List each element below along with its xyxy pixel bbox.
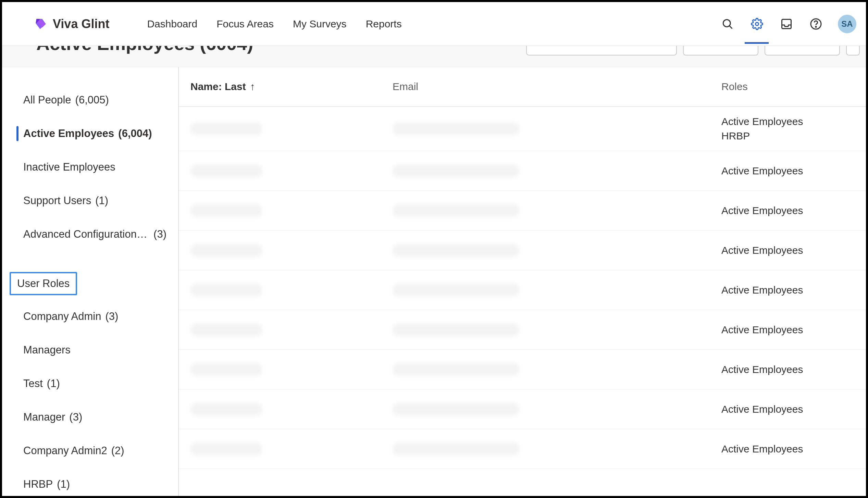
sidebar-item-manager[interactable]: Manager (3) <box>10 408 171 427</box>
column-header-name-label: Name: Last <box>190 81 246 92</box>
redacted-name <box>190 403 262 415</box>
column-header-name[interactable]: Name: Last ↑ <box>190 81 393 92</box>
cell-email <box>393 244 721 257</box>
brand-name: Viva Glint <box>53 17 109 31</box>
header-action-3[interactable] <box>765 46 840 55</box>
redacted-name <box>190 443 262 455</box>
nav-links: Dashboard Focus Areas My Surveys Reports <box>147 18 401 30</box>
redacted-email <box>393 403 519 415</box>
cell-email <box>393 204 721 217</box>
search-button[interactable] <box>720 16 735 32</box>
sidebar-item-support-users[interactable]: Support Users (1) <box>10 191 171 210</box>
table-row[interactable]: Active Employees <box>179 310 866 350</box>
cell-roles: Active Employees <box>721 275 854 305</box>
sidebar-item-test[interactable]: Test (1) <box>10 374 171 393</box>
redacted-email <box>393 204 519 217</box>
sidebar-item-all-people[interactable]: All People (6,005) <box>10 90 171 110</box>
inbox-button[interactable] <box>779 16 794 32</box>
sidebar-item-company-admin[interactable]: Company Admin (3) <box>10 307 171 326</box>
redacted-name <box>190 284 262 296</box>
svg-rect-3 <box>782 19 791 28</box>
sidebar-item-count: (3) <box>153 228 166 240</box>
sidebar-item-label: All People <box>23 94 71 106</box>
header-action-2[interactable] <box>683 46 758 55</box>
cell-email <box>393 123 721 135</box>
table-row[interactable]: Active Employees <box>179 429 866 469</box>
inbox-icon <box>780 18 793 30</box>
cell-roles: Active Employees <box>721 156 854 186</box>
table-body: Active Employees HRBPActive EmployeesAct… <box>179 107 866 469</box>
sidebar-item-label: Inactive Employees <box>23 161 115 173</box>
table-row[interactable]: Active Employees <box>179 151 866 191</box>
gear-icon <box>751 18 763 30</box>
cell-email <box>393 363 721 376</box>
cell-email <box>393 284 721 296</box>
settings-button[interactable] <box>749 16 765 32</box>
page-title: Active Employees (6004) <box>36 46 253 54</box>
cell-roles: Active Employees HRBP <box>721 107 854 151</box>
redacted-email <box>393 443 519 455</box>
table-row[interactable]: Active Employees <box>179 191 866 231</box>
main-content: Name: Last ↑ Email Roles Active Employee… <box>179 67 866 496</box>
nav-link-focus-areas[interactable]: Focus Areas <box>216 18 274 30</box>
header-action-1[interactable] <box>526 46 677 55</box>
cell-name <box>190 403 393 415</box>
sidebar-item-hrbp[interactable]: HRBP (1) <box>10 475 171 494</box>
table-row[interactable]: Active Employees <box>179 350 866 389</box>
redacted-email <box>393 165 519 177</box>
help-icon <box>810 18 822 30</box>
help-button[interactable] <box>808 16 823 32</box>
cell-email <box>393 403 721 415</box>
sidebar-item-label: Support Users <box>23 195 91 207</box>
svg-line-1 <box>729 26 732 28</box>
table-row[interactable]: Active Employees <box>179 231 866 270</box>
avatar[interactable]: SA <box>838 15 856 33</box>
cell-name <box>190 324 393 336</box>
sidebar-item-active-employees[interactable]: Active Employees (6,004) <box>10 124 171 143</box>
column-header-email[interactable]: Email <box>393 81 721 92</box>
sidebar-item-label: Company Admin2 <box>23 445 107 457</box>
svg-point-5 <box>816 26 816 27</box>
svg-point-0 <box>723 20 730 27</box>
table-header: Name: Last ↑ Email Roles <box>179 67 866 107</box>
svg-point-2 <box>756 22 759 25</box>
header-action-4[interactable] <box>846 46 860 55</box>
nav-link-dashboard[interactable]: Dashboard <box>147 18 197 30</box>
table-row[interactable]: Active Employees HRBP <box>179 107 866 151</box>
sidebar-item-advanced-config[interactable]: Advanced Configuration Acc… (3) <box>10 225 171 244</box>
top-nav: Viva Glint Dashboard Focus Areas My Surv… <box>2 2 866 46</box>
sidebar-item-label: Company Admin <box>23 310 101 323</box>
cell-name <box>190 363 393 376</box>
sidebar-item-count: (1) <box>47 377 60 390</box>
sidebar-item-count: (1) <box>57 478 70 490</box>
cell-name <box>190 244 393 257</box>
sidebar-item-label: Advanced Configuration Acc… <box>23 228 149 240</box>
column-header-email-label: Email <box>393 81 418 92</box>
cell-roles: Active Employees <box>721 315 854 345</box>
sidebar: All People (6,005) Active Employees (6,0… <box>2 67 179 496</box>
sidebar-item-label: Manager <box>23 411 65 423</box>
table-row[interactable]: Active Employees <box>179 389 866 429</box>
cell-name <box>190 204 393 217</box>
redacted-name <box>190 204 262 217</box>
sidebar-item-count: (1) <box>95 195 108 207</box>
app-frame: Viva Glint Dashboard Focus Areas My Surv… <box>0 0 868 498</box>
nav-link-my-surveys[interactable]: My Surveys <box>293 18 347 30</box>
table-row[interactable]: Active Employees <box>179 270 866 310</box>
sidebar-item-managers[interactable]: Managers <box>10 340 171 360</box>
cell-roles: Active Employees <box>721 434 854 464</box>
redacted-name <box>190 363 262 376</box>
sidebar-item-count: (3) <box>105 310 118 323</box>
column-header-roles[interactable]: Roles <box>721 81 854 92</box>
nav-link-reports[interactable]: Reports <box>366 18 402 30</box>
redacted-name <box>190 324 262 336</box>
sidebar-item-label: Active Employees <box>23 127 114 140</box>
sidebar-item-count: (6,005) <box>75 94 109 106</box>
column-header-roles-label: Roles <box>721 81 748 92</box>
sidebar-item-company-admin2[interactable]: Company Admin2 (2) <box>10 441 171 460</box>
sort-ascending-icon: ↑ <box>250 81 255 92</box>
redacted-name <box>190 165 262 177</box>
sidebar-item-count: (2) <box>111 445 124 457</box>
brand: Viva Glint <box>34 17 109 31</box>
sidebar-item-inactive-employees[interactable]: Inactive Employees <box>10 158 171 177</box>
